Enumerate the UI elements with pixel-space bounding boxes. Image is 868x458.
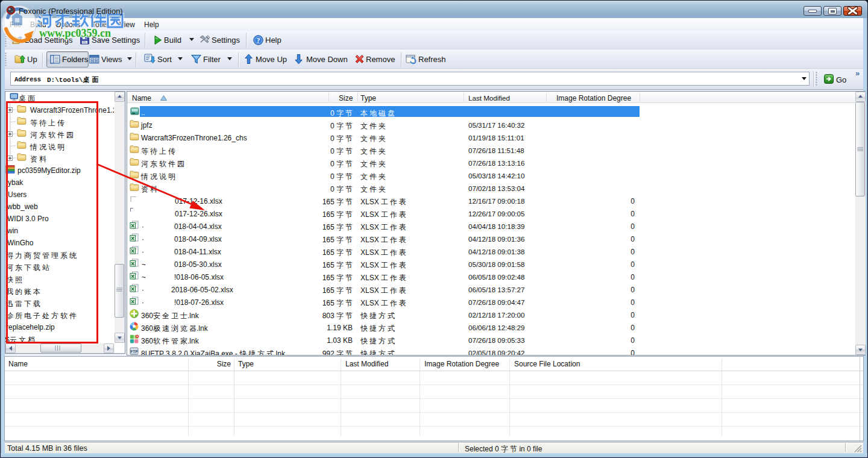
svg-text:FTP: FTP (130, 350, 138, 354)
svg-text:?: ? (257, 36, 260, 45)
